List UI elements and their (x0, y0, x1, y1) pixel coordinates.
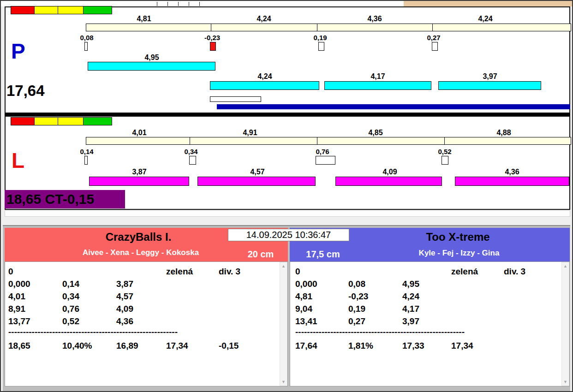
lane-l-run-bar (197, 177, 316, 186)
lane-l-cross-marker (84, 156, 88, 165)
lane-p-run-bar (88, 62, 215, 71)
lane-p-total-time: 17,64 (6, 83, 45, 98)
titlebar-tick (199, 2, 200, 6)
table-cell: 4,81 (295, 291, 312, 302)
team-left-members: Aivee - Xena - Leggy - Kokoska (28, 248, 254, 257)
table-separator: ----------------------------------------… (295, 327, 465, 337)
lane-l-run-time: 4,09 (367, 168, 413, 176)
table-cell: 8,91 (8, 304, 25, 314)
right-scrollbar[interactable]: ▲ ▼ (561, 262, 569, 386)
lane-l-cross-time: 0,52 (426, 148, 463, 155)
table-cell: div. 3 (504, 267, 525, 277)
table-cell: 4,17 (402, 304, 419, 314)
table-total-cell: 17,64 (295, 341, 317, 351)
split-tick (444, 137, 445, 144)
lane-l-cross-marker (316, 156, 335, 165)
left-scrollbar[interactable]: ▲ ▼ (280, 262, 287, 386)
lane-p-light-yellow-1 (34, 6, 58, 14)
scroll-down-icon[interactable]: ▼ (280, 378, 287, 386)
table-total-cell: 17,34 (166, 341, 188, 351)
lane-p-cross-time: -0,23 (194, 34, 231, 42)
lane-l-run-time: 4,36 (489, 168, 535, 176)
lane-l-run-bar (335, 177, 442, 186)
team-right-jump-height: 17,5 cm (295, 249, 351, 260)
team-right-results-area (290, 261, 570, 386)
lane-p-run-bar (438, 81, 541, 90)
table-separator: ----------------------------------------… (8, 327, 178, 337)
lane-p-segment-time: 4,24 (241, 15, 287, 23)
table-cell: 4,09 (116, 304, 133, 314)
lane-p-light-yellow-2 (58, 6, 84, 14)
table-cell: 9,04 (295, 304, 312, 314)
table-total-cell: 17,33 (402, 341, 424, 351)
titlebar-accent (404, 1, 572, 6)
lane-p-light-green (83, 6, 112, 14)
lane-p-cross-marker (432, 42, 438, 51)
table-total-cell: 1,81% (348, 341, 373, 351)
table-cell: zelená (451, 267, 478, 277)
table-cell: 0,000 (8, 279, 30, 289)
lane-p-run-time: 4,17 (355, 72, 401, 81)
lane-l-light-green (83, 117, 112, 125)
table-cell: 4,24 (402, 291, 419, 302)
lane-l-cross-marker (442, 156, 448, 165)
table-cell: -0,23 (348, 291, 368, 302)
lane-l-segment-time: 4,91 (227, 129, 273, 137)
scroll-up-icon[interactable]: ▲ (280, 262, 287, 270)
scroll-down-icon[interactable]: ▼ (562, 378, 569, 386)
split-tick (432, 24, 433, 31)
table-total-cell: 18,65 (8, 341, 30, 351)
table-cell: 4,95 (402, 279, 419, 289)
table-cell: 0,19 (348, 304, 365, 314)
lane-l-total-time: 18,65 CT-0,15 (5, 190, 125, 208)
table-cell: 0 (8, 267, 13, 277)
table-total-cell: 17,34 (451, 341, 473, 351)
lane-l-segment-time: 4,01 (116, 129, 162, 137)
lane-l-run-bar (455, 177, 569, 186)
lane-l-light-red (11, 117, 35, 125)
lane-p-cross-time: 0,27 (415, 34, 452, 42)
team-right-members: Kyle - Fej - Izzy - Gina (355, 249, 563, 258)
lane-l-light-yellow-2 (58, 117, 84, 125)
lane-p-progress-bar (217, 104, 570, 109)
table-cell: 0,34 (62, 291, 79, 302)
lane-p-cross-marker-fault (210, 42, 216, 51)
table-total-cell: 10,40% (62, 341, 92, 351)
table-total-cell: -0,15 (219, 341, 239, 351)
split-tick (317, 137, 317, 144)
table-cell: 4,57 (116, 291, 133, 302)
lane-l-total-text: 18,65 CT-0,15 (6, 191, 94, 207)
table-cell: zelená (166, 267, 193, 277)
lane-l-cross-marker (189, 156, 196, 165)
team-left-results-area (5, 261, 288, 386)
lane-p-split-bar (86, 24, 571, 31)
lane-p-run-bar (210, 81, 319, 90)
table-cell: 3,87 (116, 279, 133, 289)
lane-l-run-time: 4,57 (234, 168, 281, 176)
lane-p-light-red (11, 6, 35, 14)
titlebar-tick (157, 2, 157, 6)
titlebar-tick (178, 2, 179, 6)
lane-p-run-bar (324, 81, 431, 90)
lane-p-run-time: 4,95 (129, 53, 175, 62)
lane-p-letter: P (11, 41, 25, 62)
status-strip (5, 210, 570, 217)
team-right-name: Too X-treme (351, 231, 565, 244)
team-left-name: CrazyBalls I. (28, 231, 249, 244)
scroll-up-icon[interactable]: ▲ (562, 262, 569, 270)
split-tick (211, 24, 211, 31)
lane-p-cross-time: 0,08 (68, 34, 105, 42)
split-tick (190, 137, 190, 144)
table-cell: 0,000 (295, 279, 317, 289)
table-cell: 0,76 (62, 304, 79, 314)
lane-l-segment-time: 4,85 (352, 129, 399, 137)
table-cell: 13,41 (295, 316, 317, 327)
lane-l-cross-time: 0,34 (173, 148, 209, 155)
lane-p-run-time: 4,24 (242, 72, 288, 81)
lane-l-letter: L (12, 150, 24, 171)
table-cell: 4,01 (8, 291, 25, 302)
lane-l-run-time: 3,87 (116, 168, 162, 176)
lane-l-run-bar (89, 177, 189, 186)
titlebar-tick (167, 2, 168, 6)
table-cell: 3,97 (402, 316, 419, 327)
